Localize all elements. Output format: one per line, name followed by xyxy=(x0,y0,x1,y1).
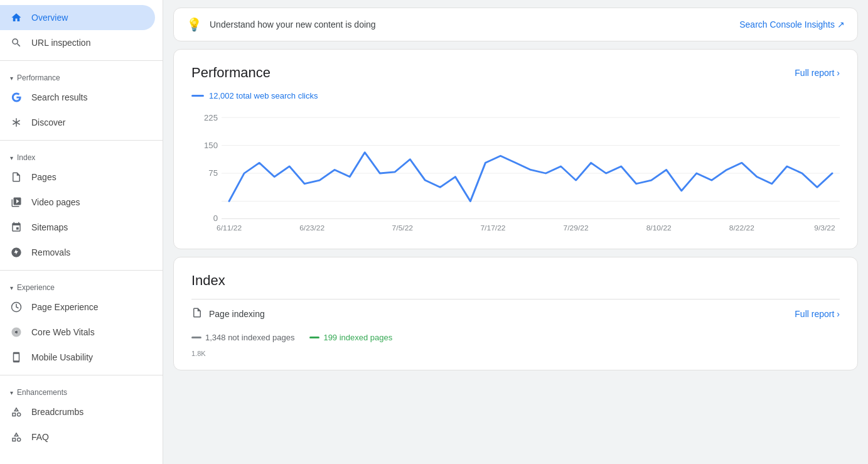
svg-text:7/17/22: 7/17/22 xyxy=(480,225,505,232)
insight-link-text: Search Console Insights xyxy=(739,19,835,30)
sidebar-item-page-experience[interactable]: Page Experience xyxy=(0,294,155,320)
video-pages-icon xyxy=(10,196,23,208)
core-web-vitals-icon xyxy=(10,326,23,338)
chevron-right-icon: › xyxy=(837,309,840,319)
removals-icon xyxy=(10,246,23,259)
legend-line xyxy=(191,95,204,97)
green-line xyxy=(309,337,319,338)
chart-legend: 12,002 total web search clicks xyxy=(191,91,840,100)
sidebar-item-breadcrumbs[interactable]: Breadcrumbs xyxy=(0,399,155,424)
sidebar-item-label: Sitemaps xyxy=(31,222,68,232)
svg-point-1 xyxy=(15,331,18,334)
index-card: Index Page indexing Full report › 1,348 … xyxy=(173,257,858,370)
performance-card: Performance Full report › 12,002 total w… xyxy=(173,49,858,249)
sidebar-item-url-inspection[interactable]: URL inspection xyxy=(0,30,155,55)
chevron-icon: ▾ xyxy=(10,154,13,161)
sidebar-item-overview[interactable]: Overview xyxy=(0,5,155,30)
sidebar-item-core-web-vitals[interactable]: Core Web Vitals xyxy=(0,320,155,345)
index-full-report-link[interactable]: Full report › xyxy=(795,309,840,319)
index-legend: 1,348 not indexed pages 199 indexed page… xyxy=(191,333,840,342)
svg-text:150: 150 xyxy=(204,141,218,149)
insight-banner: 💡 Understand how your new content is doi… xyxy=(173,8,858,41)
search-icon xyxy=(10,36,23,49)
svg-text:9/3/22: 9/3/22 xyxy=(814,225,835,232)
page-indexing-icon xyxy=(191,307,203,320)
sidebar-item-video-pages[interactable]: Video pages xyxy=(0,190,155,215)
sidebar-item-label: Mobile Usability xyxy=(31,352,93,362)
section-label: Experience xyxy=(17,283,55,292)
enhancements-section-header[interactable]: ▾ Enhancements xyxy=(0,380,163,399)
index-title: Index xyxy=(191,272,225,289)
chart-svg: 225 150 75 0 6/11/22 6/23/22 7/5/22 7/17… xyxy=(191,111,840,236)
home-icon xyxy=(10,11,23,24)
svg-text:7/29/22: 7/29/22 xyxy=(564,225,589,232)
breadcrumbs-icon xyxy=(10,406,23,418)
performance-chart: 225 150 75 0 6/11/22 6/23/22 7/5/22 7/17… xyxy=(191,111,840,236)
svg-text:225: 225 xyxy=(204,113,218,122)
not-indexed-text: 1,348 not indexed pages xyxy=(205,333,294,342)
sidebar-item-label: Core Web Vitals xyxy=(31,327,95,337)
svg-text:8/10/22: 8/10/22 xyxy=(646,225,672,232)
sidebar-item-mobile-usability[interactable]: Mobile Usability xyxy=(0,345,155,370)
sitemaps-icon xyxy=(10,221,23,234)
full-report-label: Full report xyxy=(795,68,834,78)
performance-title: Performance xyxy=(191,65,271,81)
sidebar-item-label: Search results xyxy=(31,92,87,102)
sidebar-item-label: Discover xyxy=(31,117,65,127)
sidebar-item-label: FAQ xyxy=(31,432,49,442)
performance-full-report-link[interactable]: Full report › xyxy=(795,68,840,78)
section-label: Enhancements xyxy=(17,388,67,397)
section-label: Index xyxy=(17,153,35,162)
index-card-header: Index xyxy=(191,272,840,289)
svg-text:6/23/22: 6/23/22 xyxy=(299,225,324,232)
divider xyxy=(0,375,163,375)
svg-text:7/5/22: 7/5/22 xyxy=(392,225,413,232)
sidebar: Overview URL inspection ▾ Performance Se… xyxy=(0,0,163,464)
gray-line xyxy=(191,337,201,338)
performance-card-header: Performance Full report › xyxy=(191,65,840,81)
page-indexing-label: Page indexing xyxy=(209,309,265,319)
indexed-text: 199 indexed pages xyxy=(323,333,392,342)
not-indexed-legend: 1,348 not indexed pages xyxy=(191,333,294,342)
sidebar-item-label: URL inspection xyxy=(31,38,90,48)
insight-left: 💡 Understand how your new content is doi… xyxy=(186,17,376,32)
asterisk-icon xyxy=(10,116,23,129)
divider xyxy=(0,270,163,271)
indexed-legend: 199 indexed pages xyxy=(309,333,392,342)
divider xyxy=(0,60,163,61)
chevron-right-icon: › xyxy=(837,68,840,78)
sidebar-item-search-results[interactable]: Search results xyxy=(0,85,155,110)
faq-icon xyxy=(10,431,23,443)
chevron-icon: ▾ xyxy=(10,389,13,396)
divider xyxy=(0,140,163,141)
sidebar-item-label: Page Experience xyxy=(31,302,99,312)
main-content: 💡 Understand how your new content is doi… xyxy=(163,0,868,464)
section-label: Performance xyxy=(17,73,60,82)
index-y-label: 1.8K xyxy=(191,350,840,357)
page-experience-icon xyxy=(10,301,23,313)
external-link-icon: ↗ xyxy=(837,19,845,30)
sidebar-item-label: Removals xyxy=(31,247,70,257)
sidebar-item-sitemaps[interactable]: Sitemaps xyxy=(0,215,155,240)
sidebar-item-discover[interactable]: Discover xyxy=(0,110,155,135)
sidebar-item-label: Video pages xyxy=(31,197,80,207)
sidebar-item-faq[interactable]: FAQ xyxy=(0,424,155,450)
sidebar-item-pages[interactable]: Pages xyxy=(0,165,155,190)
chevron-icon: ▾ xyxy=(10,75,13,82)
page-indexing-left: Page indexing xyxy=(191,307,265,320)
mobile-icon xyxy=(10,351,23,364)
google-icon xyxy=(10,91,23,104)
pages-icon xyxy=(10,171,23,183)
search-console-insights-link[interactable]: Search Console Insights ↗ xyxy=(739,19,845,30)
lightbulb-icon: 💡 xyxy=(186,17,202,32)
index-y-value: 1.8K xyxy=(191,350,206,357)
index-section-header[interactable]: ▾ Index xyxy=(0,146,163,165)
chevron-icon: ▾ xyxy=(10,284,13,291)
sidebar-item-label: Overview xyxy=(31,13,68,23)
svg-text:8/22/22: 8/22/22 xyxy=(729,225,754,232)
legend-text: 12,002 total web search clicks xyxy=(209,91,318,100)
performance-section-header[interactable]: ▾ Performance xyxy=(0,66,163,85)
svg-text:6/11/22: 6/11/22 xyxy=(217,225,242,232)
experience-section-header[interactable]: ▾ Experience xyxy=(0,276,163,294)
sidebar-item-removals[interactable]: Removals xyxy=(0,240,155,265)
